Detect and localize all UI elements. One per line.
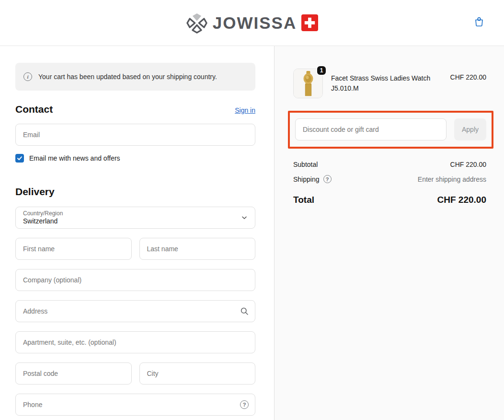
brand-name: JOWISSA	[213, 13, 297, 33]
product-price: CHF 220.00	[450, 69, 486, 81]
checkout-header: JOWISSA	[0, 0, 504, 46]
shipping-label: Shipping	[293, 175, 320, 183]
company-field[interactable]	[15, 269, 255, 291]
phone-help-icon[interactable]: ?	[240, 400, 249, 409]
sign-in-link[interactable]: Sign in	[235, 106, 255, 114]
discount-code-input[interactable]	[295, 118, 447, 140]
total-value: CHF 220.00	[437, 195, 486, 205]
city-field[interactable]	[139, 362, 256, 385]
newsletter-label: Email me with news and offers	[29, 154, 120, 162]
checkout-form-column: i Your cart has been updated based on yo…	[0, 46, 274, 420]
newsletter-checkbox[interactable]	[15, 154, 24, 163]
newsletter-checkbox-row[interactable]: Email me with news and offers	[15, 154, 255, 163]
apply-discount-button[interactable]: Apply	[454, 118, 486, 140]
subtotal-row: Subtotal CHF 220.00	[293, 161, 486, 168]
product-title: Facet Strass Swiss Ladies Watch J5.010.M	[331, 69, 440, 93]
swiss-flag-icon	[301, 14, 318, 31]
cart-icon[interactable]	[473, 15, 486, 28]
order-summary-panel: 1 Facet Strass Swiss Ladies Watch J5.010…	[274, 46, 504, 420]
info-icon: i	[23, 72, 32, 81]
country-select[interactable]: Country/Region Switzerland	[15, 207, 255, 229]
cart-line-item: 1 Facet Strass Swiss Ladies Watch J5.010…	[293, 69, 486, 98]
brand-logo[interactable]: JOWISSA	[186, 12, 318, 34]
search-icon	[240, 307, 249, 315]
address-field[interactable]	[15, 300, 255, 322]
total-label: Total	[293, 195, 314, 205]
quantity-badge: 1	[316, 65, 327, 76]
subtotal-value: CHF 220.00	[450, 161, 486, 168]
email-field[interactable]	[15, 124, 255, 146]
contact-heading: Contact	[15, 104, 53, 115]
delivery-heading: Delivery	[15, 186, 255, 198]
subtotal-label: Subtotal	[293, 161, 318, 168]
apartment-field[interactable]	[15, 331, 255, 353]
chevron-down-icon	[241, 214, 248, 221]
phone-field[interactable]	[15, 394, 255, 416]
total-row: Total CHF 220.00	[293, 195, 486, 205]
postal-code-field[interactable]	[15, 362, 132, 385]
totals-section: Subtotal CHF 220.00 Shipping ? Enter shi…	[293, 161, 486, 205]
shipping-help-icon[interactable]: ?	[323, 175, 332, 183]
discount-highlight-annotation: Apply	[288, 111, 493, 149]
first-name-field[interactable]	[15, 238, 132, 260]
shipping-value: Enter shipping address	[418, 175, 486, 183]
country-select-label: Country/Region	[23, 210, 248, 217]
cart-updated-banner: i Your cart has been updated based on yo…	[15, 63, 255, 91]
gem-icon	[186, 12, 208, 34]
country-select-value: Switzerland	[23, 217, 248, 225]
banner-text: Your cart has been updated based on your…	[38, 73, 217, 81]
shipping-row: Shipping ? Enter shipping address	[293, 175, 486, 183]
last-name-field[interactable]	[139, 238, 256, 260]
product-thumbnail: 1	[293, 69, 323, 98]
